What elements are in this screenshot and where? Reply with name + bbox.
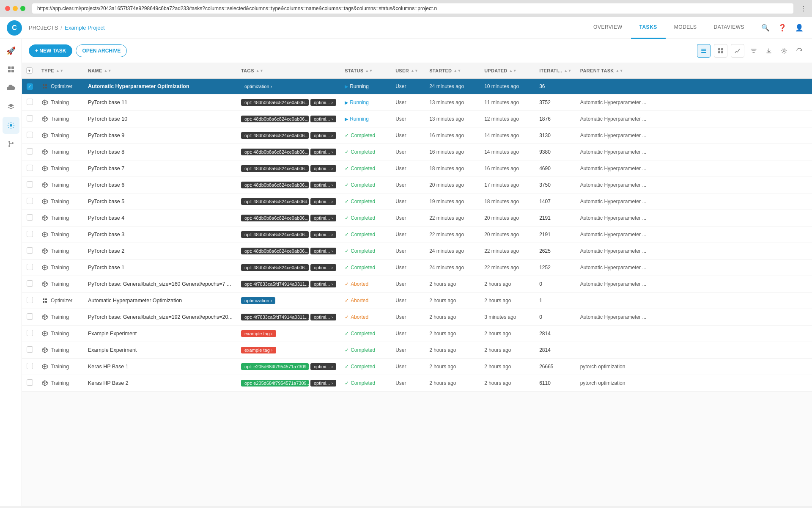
sidebar-icon-rocket[interactable]: 🚀 bbox=[3, 42, 19, 59]
sidebar-icon-layers[interactable] bbox=[3, 98, 19, 115]
table-row[interactable]: TrainingPyTorch base 7opt: 48db0b8a6c824… bbox=[22, 160, 812, 177]
tag: optimi... › bbox=[310, 132, 336, 139]
table-row[interactable]: TrainingPyTorch base 3opt: 48db0b8a6c824… bbox=[22, 226, 812, 243]
type-cell: Training bbox=[41, 314, 80, 320]
table-row[interactable]: ✓ OptimizerAutomatic Hyperparameter Opti… bbox=[22, 78, 812, 94]
parent-task-cell: Automatic Hyperparameter ... bbox=[576, 243, 812, 260]
iterations-cell: 2625 bbox=[535, 243, 576, 260]
filter-icon[interactable] bbox=[748, 45, 760, 57]
settings-icon[interactable] bbox=[778, 45, 790, 57]
new-task-button[interactable]: + NEW TASK bbox=[29, 44, 72, 57]
table-row[interactable]: TrainingPyTorch base 11opt: 48db0b8a6c82… bbox=[22, 94, 812, 111]
table-row[interactable]: TrainingPyTorch base 5opt: 48db0b8a6c824… bbox=[22, 193, 812, 210]
list-view-button[interactable] bbox=[697, 44, 710, 58]
training-icon bbox=[41, 132, 48, 139]
col-started[interactable]: STARTED ▲▼ bbox=[425, 63, 480, 78]
dot-yellow[interactable] bbox=[13, 6, 18, 11]
task-name: PyTorch base 2 bbox=[88, 248, 124, 254]
tab-models[interactable]: MODELS bbox=[666, 17, 705, 39]
user-icon[interactable]: 👤 bbox=[793, 22, 805, 34]
table-row[interactable]: TrainingPyTorch base 1opt: 48db0b8a6c824… bbox=[22, 260, 812, 276]
refresh-icon[interactable] bbox=[793, 45, 805, 57]
table-row[interactable]: TrainingKeras HP Base 2opt: e205d684f795… bbox=[22, 375, 812, 392]
task-name: Automatic Hyperparameter Optimization bbox=[88, 83, 189, 89]
type-label: Training bbox=[51, 364, 69, 370]
col-parent-task[interactable]: PARENT TASK ▲▼ bbox=[576, 63, 812, 78]
updated-cell: 2 hours ago bbox=[480, 326, 535, 342]
row-checkbox[interactable] bbox=[27, 198, 33, 204]
table-row[interactable]: TrainingExample Experimentexample tag ›✓… bbox=[22, 342, 812, 359]
col-select[interactable]: ▼ bbox=[22, 63, 37, 78]
card-view-button[interactable] bbox=[714, 44, 727, 58]
help-icon[interactable]: ❓ bbox=[776, 22, 788, 34]
svg-rect-16 bbox=[43, 84, 44, 86]
col-tags[interactable]: TAGS ▲▼ bbox=[237, 63, 340, 78]
tab-tasks[interactable]: TASKS bbox=[631, 17, 666, 39]
tag: optimi... › bbox=[310, 165, 336, 172]
type-cell: Training bbox=[41, 116, 80, 122]
started-cell: 16 minutes ago bbox=[425, 127, 480, 144]
row-checkbox[interactable] bbox=[27, 247, 33, 254]
updated-cell: 2 hours ago bbox=[480, 342, 535, 359]
started-cell: 22 minutes ago bbox=[425, 226, 480, 243]
optimizer-icon bbox=[41, 297, 48, 304]
row-checkbox[interactable] bbox=[27, 148, 33, 155]
row-checkbox[interactable] bbox=[27, 115, 33, 121]
row-checkbox[interactable] bbox=[27, 214, 33, 221]
browser-menu[interactable]: ⋮ bbox=[800, 5, 807, 13]
row-checkbox[interactable] bbox=[27, 346, 33, 353]
row-checkbox[interactable] bbox=[27, 99, 33, 105]
open-archive-button[interactable]: OPEN ARCHIVE bbox=[76, 44, 127, 57]
breadcrumb-root[interactable]: PROJECTS bbox=[29, 25, 58, 31]
row-checkbox[interactable] bbox=[27, 313, 33, 320]
iterations-cell: 1252 bbox=[535, 260, 576, 276]
app-logo[interactable]: C bbox=[7, 20, 22, 36]
table-row[interactable]: TrainingPyTorch base 2opt: 48db0b8a6c824… bbox=[22, 243, 812, 260]
table-row[interactable]: TrainingPyTorch base 8opt: 48db0b8a6c824… bbox=[22, 144, 812, 160]
row-checkbox[interactable] bbox=[27, 330, 33, 336]
browser-dots bbox=[5, 6, 25, 11]
tab-overview[interactable]: OVERVIEW bbox=[585, 17, 631, 39]
breadcrumb-current[interactable]: Example Project bbox=[65, 25, 105, 31]
sidebar-icon-cloud[interactable] bbox=[3, 80, 19, 97]
row-checkbox[interactable] bbox=[27, 297, 33, 303]
table-row[interactable]: TrainingPyTorch base 4opt: 48db0b8a6c824… bbox=[22, 210, 812, 226]
table-row[interactable]: TrainingPyTorch base 10opt: 48db0b8a6c82… bbox=[22, 111, 812, 127]
col-type[interactable]: TYPE ▲▼ bbox=[37, 63, 84, 78]
table-row[interactable]: TrainingPyTorch base: General/batch_size… bbox=[22, 276, 812, 293]
row-checkbox[interactable] bbox=[27, 280, 33, 287]
col-iterations[interactable]: ITERATI... ▲▼ bbox=[535, 63, 576, 78]
address-bar[interactable]: https://app.clear.ml/projects/2043a1657f… bbox=[32, 3, 793, 14]
table-row[interactable]: OptimizerAutomatic Hyperparameter Optimi… bbox=[22, 293, 812, 309]
parent-task-cell: Automatic Hyperparameter ... bbox=[576, 111, 812, 127]
row-checkbox[interactable] bbox=[27, 379, 33, 386]
tasks-table-container[interactable]: ▼ TYPE ▲▼ NAME ▲▼ TAGS ▲▼ bbox=[22, 63, 812, 506]
sidebar-icon-gear[interactable] bbox=[3, 117, 19, 134]
row-checkbox[interactable] bbox=[27, 264, 33, 270]
col-updated[interactable]: UPDATED ▲▼ bbox=[480, 63, 535, 78]
row-checkbox[interactable] bbox=[27, 363, 33, 369]
row-checkbox[interactable] bbox=[27, 132, 33, 138]
row-checkbox[interactable] bbox=[27, 181, 33, 188]
dot-green[interactable] bbox=[20, 6, 25, 11]
table-row[interactable]: TrainingKeras HP Base 1opt: e205d684f795… bbox=[22, 359, 812, 375]
col-user[interactable]: USER ▲▼ bbox=[391, 63, 425, 78]
sidebar-icon-branch[interactable] bbox=[3, 135, 19, 152]
table-row[interactable]: TrainingExample Experimentexample tag ›✓… bbox=[22, 326, 812, 342]
dot-red[interactable] bbox=[5, 6, 10, 11]
row-checkbox[interactable] bbox=[27, 165, 33, 171]
row-checkbox[interactable]: ✓ bbox=[27, 83, 33, 90]
table-row[interactable]: TrainingPyTorch base: General/batch_size… bbox=[22, 309, 812, 326]
tab-dataviews[interactable]: DATAVIEWS bbox=[705, 17, 753, 39]
col-name[interactable]: NAME ▲▼ bbox=[84, 63, 237, 78]
tags-cell: opt: 48db0b8a6c824ce0ab06...optimi... › bbox=[241, 165, 336, 172]
iterations-cell: 0 bbox=[535, 309, 576, 326]
chart-view-button[interactable] bbox=[731, 44, 744, 58]
table-row[interactable]: TrainingPyTorch base 9opt: 48db0b8a6c824… bbox=[22, 127, 812, 144]
col-status[interactable]: STATUS ▲▼ bbox=[340, 63, 391, 78]
sidebar-icon-grid[interactable] bbox=[3, 61, 19, 78]
download-icon[interactable] bbox=[763, 45, 775, 57]
search-icon[interactable]: 🔍 bbox=[760, 22, 771, 34]
table-row[interactable]: TrainingPyTorch base 6opt: 48db0b8a6c824… bbox=[22, 177, 812, 193]
row-checkbox[interactable] bbox=[27, 231, 33, 237]
